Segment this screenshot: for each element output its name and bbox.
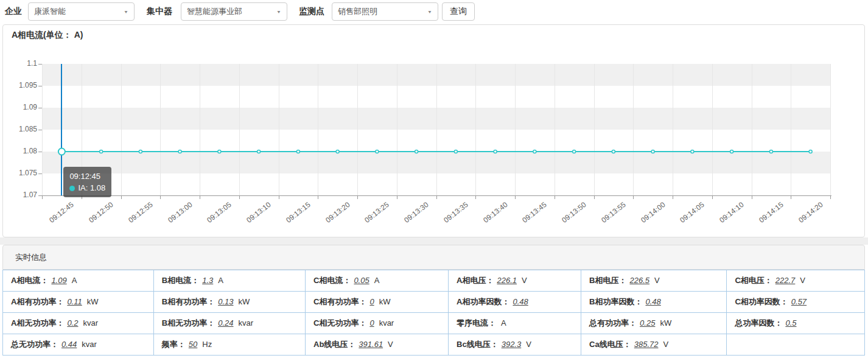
info-cell: B相功率因数：0.48 xyxy=(581,292,727,313)
series-dot-icon xyxy=(69,186,75,191)
x-axis-label: 09:13:15 xyxy=(284,200,312,225)
data-point[interactable] xyxy=(257,150,261,153)
info-unit: V xyxy=(388,340,393,349)
y-axis-label: 1.1 xyxy=(3,59,37,68)
x-axis-tick xyxy=(633,196,634,199)
info-unit: kvar xyxy=(83,318,98,328)
table-row: A相有功功率：0.11kWB相有功功率：0.13kWC相有功功率：0kWA相功率… xyxy=(3,292,865,313)
x-axis-tick xyxy=(791,196,791,199)
info-value: 0.11 xyxy=(67,297,82,306)
info-cell: B相有功功率：0.13kW xyxy=(153,292,305,313)
info-label: 总无功功率： xyxy=(11,340,58,349)
info-label: C相电流： xyxy=(313,276,351,285)
series-line-svg[interactable] xyxy=(42,64,830,195)
chart-title: A相电流(单位： A) xyxy=(12,30,83,41)
monitor-point-select[interactable]: 销售部照明 ▼ xyxy=(332,2,438,21)
realtime-info-title: 实时信息 xyxy=(15,252,47,263)
chevron-down-icon: ▼ xyxy=(276,9,281,14)
info-label: Bc线电压： xyxy=(457,340,499,349)
y-axis-label: 1.07 xyxy=(3,191,37,199)
concentrator-select-value: 智慧能源事业部 xyxy=(187,6,242,17)
info-value: 50 xyxy=(189,340,197,349)
info-unit: A xyxy=(501,318,506,328)
x-axis-label: 09:13:10 xyxy=(245,200,272,225)
info-label: 总有功功率： xyxy=(589,318,637,328)
data-point[interactable] xyxy=(296,150,299,153)
data-point[interactable] xyxy=(454,150,457,153)
data-point[interactable] xyxy=(533,150,536,153)
data-point[interactable] xyxy=(730,150,733,153)
toolbar: 企业 康派智能 ▼ 集中器 智慧能源事业部 ▼ 监测点 销售部照明 ▼ 查询 xyxy=(0,0,868,23)
info-value: 0.2 xyxy=(67,318,78,328)
info-value: 385.72 xyxy=(634,340,659,349)
info-label: A相有功功率： xyxy=(11,297,64,306)
info-cell: A相无功功率：0.2kvar xyxy=(3,313,154,334)
info-value: 392.3 xyxy=(502,340,522,349)
data-point[interactable] xyxy=(178,150,181,153)
tooltip-value: IA: 1.08 xyxy=(78,183,105,192)
data-point[interactable] xyxy=(573,150,576,153)
info-label: 频率： xyxy=(162,340,186,349)
info-cell: A相有功功率：0.11kW xyxy=(3,292,154,313)
x-axis-tick xyxy=(594,196,595,199)
realtime-info-table: A相电流：1.09AB相电流：1.3AC相电流：0.05AA相电压：226.1V… xyxy=(2,270,865,356)
info-value: 0.05 xyxy=(354,276,369,285)
concentrator-label: 集中器 xyxy=(147,6,172,17)
info-value: 0.44 xyxy=(61,340,77,349)
info-cell: 总无功功率：0.44kvar xyxy=(3,334,154,356)
info-label: Ca线电压： xyxy=(589,340,631,349)
info-unit: A xyxy=(72,276,77,285)
data-point[interactable] xyxy=(415,150,418,153)
info-unit: A xyxy=(218,276,223,285)
info-unit: kW xyxy=(239,297,250,306)
data-point[interactable] xyxy=(651,150,654,153)
x-axis-label: 09:12:55 xyxy=(127,200,154,225)
data-point[interactable] xyxy=(218,150,221,153)
info-value: 1.09 xyxy=(51,276,66,285)
info-unit: V xyxy=(800,276,805,285)
x-axis-tick xyxy=(555,196,555,199)
data-point[interactable] xyxy=(691,150,694,153)
x-axis-tick xyxy=(318,196,318,199)
data-point[interactable] xyxy=(769,150,772,153)
info-cell: A相电流：1.09A xyxy=(3,270,154,292)
x-axis-tick xyxy=(160,196,161,199)
query-button[interactable]: 查询 xyxy=(442,2,475,21)
info-label: C相功率因数： xyxy=(735,297,788,306)
data-point[interactable] xyxy=(336,150,339,153)
info-value: 0 xyxy=(369,297,374,306)
info-label: B相有功功率： xyxy=(162,297,215,306)
info-label: C相无功功率： xyxy=(313,318,366,328)
data-point[interactable] xyxy=(100,150,103,153)
info-unit: V xyxy=(654,276,660,285)
y-axis-label: 1.09 xyxy=(3,103,37,111)
x-axis-label: 09:13:25 xyxy=(363,200,391,225)
info-cell: Bc线电压：392.3V xyxy=(449,334,581,356)
data-point[interactable] xyxy=(494,150,497,153)
info-cell: B相无功功率：0.24kvar xyxy=(153,313,305,334)
data-point[interactable] xyxy=(139,150,142,153)
monitor-point-select-value: 销售部照明 xyxy=(338,6,377,17)
x-axis-tick xyxy=(712,196,713,199)
enterprise-select[interactable]: 康派智能 ▼ xyxy=(28,2,135,21)
info-value: 226.5 xyxy=(630,276,650,285)
info-unit: kW xyxy=(87,297,99,306)
data-point[interactable] xyxy=(612,150,615,153)
x-axis-tick xyxy=(200,196,200,199)
info-value: 222.7 xyxy=(775,276,796,285)
info-label: C相电压： xyxy=(735,276,772,285)
x-axis-label: 09:13:45 xyxy=(521,200,548,225)
data-point-highlighted[interactable] xyxy=(58,149,65,155)
x-axis-tick xyxy=(239,196,240,199)
chart-card: A相电流(单位： A) 1.11.0951.091.0851.081.0751.… xyxy=(2,24,865,237)
info-cell: C相电压：222.7V xyxy=(727,270,865,292)
info-value: 1.3 xyxy=(202,276,213,285)
data-point[interactable] xyxy=(376,150,379,153)
info-cell: C相有功功率：0kW xyxy=(306,292,449,313)
data-point[interactable] xyxy=(809,150,812,153)
info-value: 226.1 xyxy=(497,276,517,285)
concentrator-select[interactable]: 智慧能源事业部 ▼ xyxy=(181,2,287,21)
x-axis-tick xyxy=(42,196,43,199)
info-cell: 频率：50Hz xyxy=(153,334,305,356)
x-axis-label: 09:12:45 xyxy=(48,200,75,225)
